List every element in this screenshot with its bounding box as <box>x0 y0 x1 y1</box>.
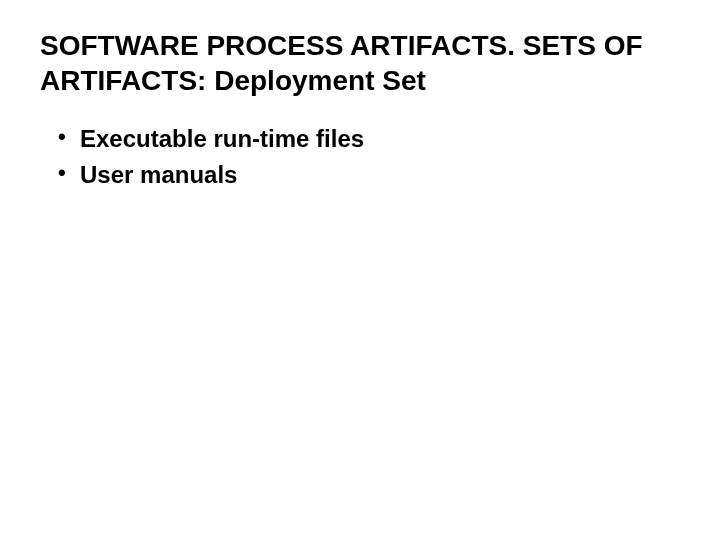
list-item: Executable run-time files <box>58 122 680 156</box>
bullet-list: Executable run-time files User manuals <box>40 122 680 191</box>
list-item: User manuals <box>58 158 680 192</box>
slide-title: SOFTWARE PROCESS ARTIFACTS. SETS OF ARTI… <box>40 28 680 98</box>
